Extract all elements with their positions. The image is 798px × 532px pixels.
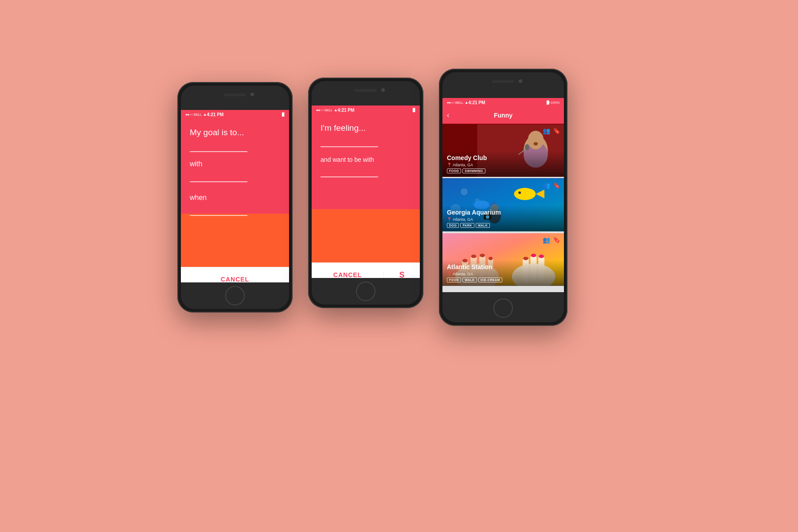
card-atlantic-station[interactable]: 👥 🔖 Atlantic Station 📍 Atlanta, GA — [442, 233, 564, 286]
card-info-comedy: Comedy Club 📍 Atlanta, GA FOOD SWIMMING — [442, 151, 564, 177]
card-info-aquarium: Georgia Aquarium 📍 Atlanta, GA DOG PARK … — [442, 205, 564, 231]
card-title-comedy: Comedy Club — [447, 154, 559, 162]
svg-point-16 — [518, 192, 521, 194]
with-label: with — [190, 160, 280, 168]
when-label: when — [190, 194, 280, 202]
tag-dog-aquarium: DOG — [447, 223, 459, 228]
wifi-icon-2: ▲ — [334, 108, 338, 112]
nav-title: Funny — [494, 112, 512, 119]
carrier-3: ●●○○ BELL — [447, 101, 463, 105]
svg-point-32 — [480, 254, 485, 257]
time-2: 4:21 PM — [338, 108, 355, 113]
svg-point-14 — [514, 188, 536, 200]
card-actions-comedy: 👥 🔖 — [543, 127, 560, 134]
phones-container: ●●○○ BELL ▲ 4:21 PM ▉ My goal is to... w… — [155, 55, 643, 477]
group-icon-comedy[interactable]: 👥 — [543, 127, 550, 134]
carrier-1: ●●○○ BELL — [185, 113, 202, 117]
tag-icecream-atlantic: ICE-CREAM — [478, 278, 502, 282]
nav-bar: ‹ Funny — [442, 107, 564, 124]
list-screen: ‹ Funny — [442, 107, 564, 292]
status-bar-1: ●●○○ BELL ▲ 4:21 PM ▉ — [181, 110, 289, 119]
feeling-input-2[interactable] — [321, 167, 378, 177]
goal-prompt: My goal is to... — [190, 128, 280, 138]
time-3: 4:21 PM — [469, 100, 485, 105]
phone-1: ●●○○ BELL ▲ 4:21 PM ▉ My goal is to... w… — [177, 82, 293, 313]
battery-area-2: ▉ — [413, 108, 415, 112]
goal-input-3[interactable] — [190, 205, 247, 216]
bookmark-icon-atlantic[interactable]: 🔖 — [553, 236, 560, 243]
group-icon-aquarium[interactable]: 👥 — [543, 182, 550, 189]
card-tags-aquarium: DOG PARK WALK — [447, 223, 559, 228]
bottom-bar-1: CANCEL — [181, 267, 289, 282]
svg-point-7 — [525, 144, 529, 150]
svg-point-5 — [528, 132, 544, 149]
feeling-prompt: I'm feeling... — [321, 123, 411, 133]
back-button[interactable]: ‹ — [447, 111, 449, 119]
card-tags-comedy: FOOD SWIMMING — [447, 168, 559, 173]
tag-walk-aquarium: WALK — [476, 223, 490, 228]
tag-food-atlantic: FOOD — [447, 278, 461, 282]
wifi-icon-1: ▲ — [203, 112, 207, 117]
location-pin-atlantic: 📍 — [447, 272, 452, 276]
bookmark-icon-comedy[interactable]: 🔖 — [553, 127, 560, 134]
camera-3 — [519, 79, 522, 83]
card-actions-aquarium: 👥 🔖 — [543, 182, 560, 189]
card-georgia-aquarium[interactable]: 👥 🔖 Georgia Aquarium 📍 Atlanta, GA — [442, 178, 564, 231]
status-bar-2: ●●○○ BELL ▲ 4:21 PM ▉ — [312, 106, 420, 114]
card-location-comedy: 📍 Atlanta, GA — [447, 163, 559, 167]
card-title-aquarium: Georgia Aquarium — [447, 209, 559, 216]
camera-2 — [381, 88, 385, 92]
card-comedy-club[interactable]: 👥 🔖 Comedy Club 📍 Atlanta, GA — [442, 124, 564, 177]
location-pin-aquarium: 📍 — [447, 217, 452, 222]
svg-point-11 — [461, 188, 468, 196]
goal-input-2[interactable] — [190, 172, 247, 182]
svg-point-31 — [471, 254, 477, 258]
card-title-atlantic: Atlantic Station — [447, 263, 559, 271]
cancel-button-1[interactable]: CANCEL — [221, 276, 249, 282]
tag-walk-atlantic: WALK — [462, 278, 477, 282]
home-button-3[interactable] — [493, 298, 513, 318]
camera-1 — [250, 93, 254, 96]
time-1: 4:21 PM — [207, 112, 224, 117]
card-info-atlantic: Atlantic Station 📍 Atlanta, GA FOOD WALK… — [442, 260, 564, 286]
goal-input-1[interactable] — [190, 141, 247, 152]
phone-2: ●●○○ BELL ▲ 4:21 PM ▉ I'm feeling... and… — [308, 78, 423, 308]
tag-food-comedy: FOOD — [447, 168, 461, 173]
tag-swimming-comedy: SWIMMING — [462, 168, 485, 173]
card-tags-atlantic: FOOD WALK ICE-CREAM — [447, 278, 559, 282]
speaker-1 — [224, 94, 246, 96]
location-pin-comedy: 📍 — [447, 163, 452, 167]
group-icon-atlantic[interactable]: 👥 — [543, 236, 550, 243]
goal-screen: My goal is to... with when CANCEL — [181, 119, 289, 282]
home-button-1[interactable] — [225, 286, 245, 305]
cancel-button-2[interactable]: CANCEL — [333, 271, 362, 278]
feeling-input-1[interactable] — [321, 137, 378, 147]
carrier-2: ●●○○ BELL — [316, 108, 332, 112]
speaker-3 — [492, 80, 514, 83]
phone-3: ●●○○ BELL ▲ 4:21 PM ✦ ▉ 100% ‹ Funny — [439, 69, 567, 326]
battery-area-1: ▉ — [282, 113, 285, 117]
card-location-aquarium: 📍 Atlanta, GA — [447, 217, 559, 222]
wifi-icon-3: ▲ — [465, 100, 469, 105]
tag-park-aquarium: PARK — [460, 223, 474, 228]
battery-area-3: ▉ 100% — [547, 101, 559, 105]
and-label: and want to be with — [321, 156, 411, 163]
bookmark-icon-aquarium[interactable]: 🔖 — [553, 182, 560, 189]
cards-list: 👥 🔖 Comedy Club 📍 Atlanta, GA — [442, 124, 564, 292]
feeling-screen: I'm feeling... and want to be with CANCE… — [312, 114, 420, 278]
bottom-bar-2: CANCEL S — [312, 262, 420, 278]
svg-point-40 — [539, 254, 544, 258]
svg-point-39 — [531, 254, 536, 257]
svg-point-8 — [534, 142, 538, 145]
card-location-atlantic: 📍 Atlanta, GA — [447, 272, 559, 276]
next-button-2[interactable]: S — [399, 270, 404, 278]
status-bar-3: ●●○○ BELL ▲ 4:21 PM ✦ ▉ 100% — [442, 98, 564, 107]
speaker-2 — [355, 89, 377, 92]
card-actions-atlantic: 👥 🔖 — [543, 236, 560, 243]
home-button-2[interactable] — [356, 282, 376, 301]
